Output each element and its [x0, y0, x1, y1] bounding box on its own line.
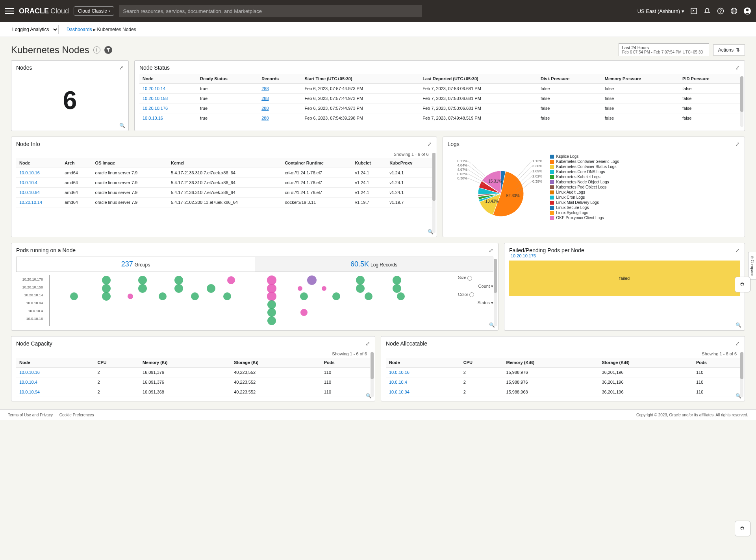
- bubble[interactable]: [227, 276, 235, 284]
- node-link[interactable]: 10.0.10.16: [143, 116, 163, 120]
- failed-node-link[interactable]: 10.20.10.176: [511, 253, 536, 258]
- node-link[interactable]: 10.0.10.4: [389, 380, 407, 384]
- bubble[interactable]: [267, 316, 276, 325]
- footer-terms[interactable]: Terms of Use and Privacy: [8, 413, 53, 417]
- legend-item[interactable]: Kubernetes Container Status Logs: [550, 164, 619, 169]
- bubble[interactable]: [223, 292, 231, 300]
- cloud-classic-button[interactable]: Cloud Classic›: [74, 6, 114, 16]
- bubble[interactable]: [393, 284, 401, 293]
- node-link[interactable]: 10.0.10.16: [19, 170, 40, 175]
- expand-icon[interactable]: ⤢: [735, 247, 740, 253]
- globe-icon[interactable]: [730, 7, 738, 15]
- failed-treemap[interactable]: failed: [509, 261, 740, 296]
- legend-item[interactable]: OKE Proxymux Client Logs: [550, 216, 619, 220]
- bubble[interactable]: [300, 309, 308, 316]
- node-link[interactable]: 10.0.10.4: [19, 380, 37, 384]
- node-link[interactable]: 10.0.10.94: [19, 190, 40, 195]
- bubble[interactable]: [365, 292, 372, 300]
- bubble[interactable]: [356, 276, 365, 285]
- legend-item[interactable]: Kubernetes Pod Object Logs: [550, 185, 619, 189]
- node-link[interactable]: 10.0.10.16: [19, 370, 40, 375]
- pods-bubble-chart[interactable]: [49, 275, 453, 326]
- legend-item[interactable]: Linux Audit Logs: [550, 190, 619, 194]
- legend-item[interactable]: Kubernetes Kubelet Logs: [550, 175, 619, 179]
- expand-icon[interactable]: ⤢: [365, 340, 370, 347]
- bubble[interactable]: [300, 292, 308, 300]
- expand-icon[interactable]: ⤢: [119, 65, 124, 71]
- bubble[interactable]: [307, 275, 317, 285]
- legend-item[interactable]: Kubernetes Core DNS Logs: [550, 170, 619, 174]
- bubble[interactable]: [138, 276, 147, 285]
- count-dropdown[interactable]: Count: [478, 284, 490, 288]
- expand-icon[interactable]: ⤢: [489, 247, 493, 253]
- bubble[interactable]: [191, 292, 199, 300]
- legend-item[interactable]: Kubernetes Container Generic Logs: [550, 159, 619, 164]
- zoom-icon[interactable]: 🔍: [428, 229, 434, 235]
- node-link[interactable]: 10.0.10.94: [19, 390, 40, 394]
- expand-icon[interactable]: ⤢: [735, 141, 740, 147]
- tab-log-records[interactable]: 60.5KLog Records: [255, 257, 493, 272]
- bubble[interactable]: [102, 276, 111, 285]
- bubble[interactable]: [102, 284, 111, 293]
- legend-item[interactable]: Linux Cron Logs: [550, 195, 619, 200]
- info-icon[interactable]: i: [467, 276, 472, 281]
- bubble[interactable]: [267, 300, 276, 309]
- timerange-select[interactable]: Last 24 Hours Feb 6 07:54 PM - Feb 7 07:…: [619, 43, 709, 56]
- node-link[interactable]: 10.0.10.4: [19, 180, 37, 185]
- status-dropdown[interactable]: Status: [478, 300, 490, 305]
- scrollbar[interactable]: [371, 352, 374, 397]
- profile-icon[interactable]: [743, 7, 751, 15]
- bubble[interactable]: [159, 292, 167, 300]
- scrollbar[interactable]: [432, 153, 435, 233]
- info-icon[interactable]: i: [93, 46, 100, 54]
- service-select[interactable]: Logging Analytics: [8, 25, 59, 34]
- bubble[interactable]: [174, 284, 183, 293]
- legend-item[interactable]: Linux Syslog Logs: [550, 211, 619, 215]
- node-link[interactable]: 10.20.10.176: [143, 106, 168, 111]
- records-link[interactable]: 288: [261, 96, 269, 101]
- compass-tab[interactable]: ⊕ Compass: [748, 252, 756, 280]
- expand-icon[interactable]: ⤢: [427, 141, 432, 147]
- logs-pie-chart[interactable]: 52.33%13.43%15.31%0.11%4.84%4.97%0.02%0.…: [452, 154, 542, 229]
- bubble[interactable]: [356, 284, 365, 293]
- bubble[interactable]: [174, 276, 183, 285]
- legend-item[interactable]: Kubernetes Node Object Logs: [550, 180, 619, 184]
- legend-item[interactable]: Linux Secure Logs: [550, 205, 619, 210]
- records-link[interactable]: 288: [261, 86, 269, 91]
- scrollbar[interactable]: [494, 259, 497, 326]
- bubble[interactable]: [393, 276, 401, 285]
- zoom-icon[interactable]: 🔍: [736, 322, 741, 328]
- footer-cookie[interactable]: Cookie Preferences: [59, 413, 94, 417]
- zoom-icon[interactable]: 🔍: [119, 123, 125, 128]
- breadcrumb-dashboards[interactable]: Dashboards: [67, 27, 92, 32]
- bubble[interactable]: [267, 308, 276, 317]
- bubble[interactable]: [298, 286, 302, 291]
- bubble[interactable]: [397, 292, 405, 300]
- scrollbar[interactable]: [740, 76, 743, 127]
- search-input[interactable]: [123, 8, 418, 14]
- filter-icon[interactable]: [104, 46, 112, 54]
- node-link[interactable]: 10.20.10.14: [143, 86, 165, 91]
- actions-button[interactable]: Actions⇅: [713, 44, 745, 55]
- bubble[interactable]: [322, 286, 326, 291]
- bubble[interactable]: [70, 292, 78, 300]
- node-link[interactable]: 10.20.10.14: [19, 200, 42, 205]
- announcements-icon[interactable]: [703, 7, 711, 15]
- bubble[interactable]: [207, 284, 215, 293]
- node-link[interactable]: 10.0.10.16: [389, 370, 410, 375]
- bubble[interactable]: [267, 292, 276, 301]
- menu-icon[interactable]: [5, 6, 14, 16]
- legend-item[interactable]: Ksplice Logs: [550, 154, 619, 159]
- node-link[interactable]: 10.20.10.158: [143, 96, 168, 101]
- tab-groups[interactable]: 237Groups: [17, 257, 255, 272]
- zoom-icon[interactable]: 🔍: [736, 393, 741, 399]
- info-icon[interactable]: i: [469, 292, 474, 297]
- zoom-icon[interactable]: 🔍: [489, 322, 495, 328]
- legend-item[interactable]: Linux Mail Delivery Logs: [550, 200, 619, 205]
- bubble[interactable]: [332, 292, 340, 300]
- search-input-wrap[interactable]: [119, 5, 422, 17]
- records-link[interactable]: 288: [261, 116, 269, 120]
- bubble[interactable]: [102, 292, 111, 301]
- devtools-icon[interactable]: [690, 7, 698, 15]
- help-icon[interactable]: ?: [717, 7, 724, 15]
